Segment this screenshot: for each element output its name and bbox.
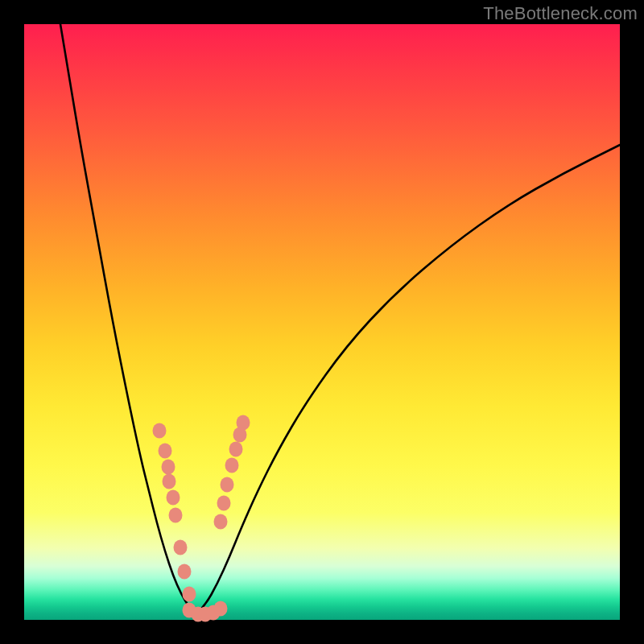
- data-point: [174, 540, 188, 555]
- data-point: [233, 427, 247, 443]
- curve-group: [60, 24, 620, 616]
- data-point: [229, 442, 243, 457]
- data-point: [217, 496, 231, 511]
- data-point: [214, 514, 228, 530]
- plot-area: [24, 24, 620, 620]
- dots-group: [153, 415, 250, 622]
- data-point: [167, 490, 180, 506]
- data-point: [178, 564, 192, 580]
- data-point: [225, 458, 239, 473]
- data-point: [159, 444, 172, 459]
- curve-left-branch: [60, 24, 195, 616]
- data-point: [214, 601, 228, 617]
- data-point: [169, 508, 183, 523]
- data-point: [162, 460, 175, 475]
- data-point: [153, 423, 167, 439]
- data-point: [163, 474, 176, 489]
- data-point: [183, 587, 196, 602]
- data-point: [221, 477, 234, 493]
- chart-frame: TheBottleneck.com: [0, 0, 644, 644]
- watermark-text: TheBottleneck.com: [483, 3, 638, 24]
- curve-right-branch: [195, 145, 620, 616]
- chart-svg: [24, 24, 620, 620]
